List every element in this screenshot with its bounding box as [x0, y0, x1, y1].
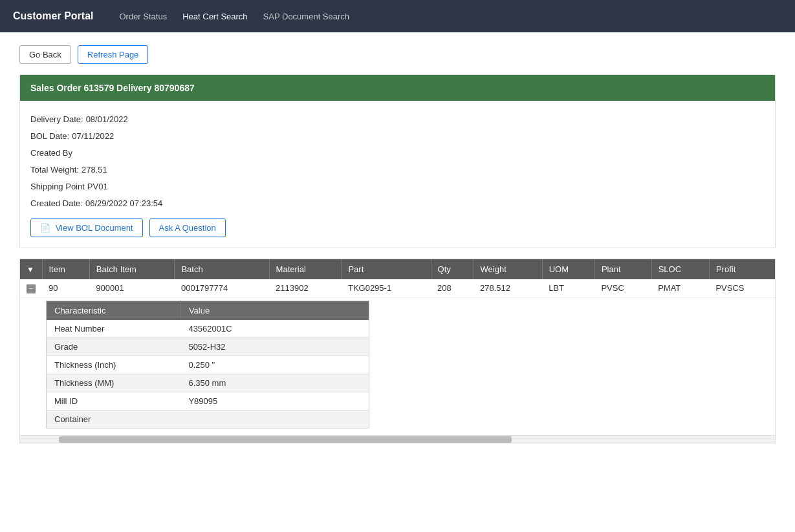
char-row: Mill IDY89095 — [47, 392, 369, 410]
col-plant: Plant — [594, 259, 651, 279]
char-name: Heat Number — [47, 320, 181, 338]
shipping-point-value: PV01 — [87, 178, 108, 195]
char-value: 6.350 mm — [180, 374, 369, 392]
col-expand: ▼ — [20, 259, 42, 279]
total-weight-row: Total Weight: 278.51 — [30, 162, 765, 178]
view-bol-label: View BOL Document — [56, 223, 133, 233]
shipping-point-label: Shipping Point — [30, 178, 85, 195]
created-date-value: 06/29/2022 07:23:54 — [85, 195, 162, 212]
bol-date-value: 07/11/2022 — [72, 128, 114, 145]
order-header-title: Sales Order 613579 Delivery 80790687 — [30, 83, 195, 93]
char-value — [180, 410, 369, 429]
col-qty: Qty — [431, 259, 474, 279]
top-buttons: Go Back Refresh Page — [19, 45, 776, 64]
col-profit: Profit — [709, 259, 775, 279]
row-weight: 278.512 — [474, 279, 542, 298]
shipping-point-row: Shipping Point PV01 — [30, 178, 765, 195]
table-body: − 90 900001 0001797774 2113902 TKG0295-1… — [20, 279, 775, 435]
row-uom: LBT — [542, 279, 594, 298]
nav-order-status[interactable]: Order Status — [119, 12, 167, 21]
row-plant: PVSC — [594, 279, 651, 298]
char-table-body: Heat Number43562001CGrade5052-H32Thickne… — [47, 320, 369, 429]
characteristics-table: Characteristic Value Heat Number43562001… — [46, 301, 369, 429]
brand-logo: Customer Portal — [13, 10, 93, 22]
main-table: ▼ Item Batch Item Batch Material Part Qt… — [20, 259, 775, 435]
order-card-header: Sales Order 613579 Delivery 80790687 — [20, 75, 775, 101]
char-row: Heat Number43562001C — [47, 320, 369, 338]
total-weight-label: Total Weight: — [30, 162, 79, 178]
row-qty: 208 — [431, 279, 474, 298]
char-value: 5052-H32 — [180, 338, 369, 356]
document-icon: 📄 — [40, 223, 50, 233]
delivery-date-row: Delivery Date: 08/01/2022 — [30, 111, 765, 128]
delivery-date-label: Delivery Date: — [30, 111, 83, 128]
col-part: Part — [342, 259, 431, 279]
col-weight: Weight — [474, 259, 542, 279]
created-by-row: Created By — [30, 145, 765, 162]
row-sloc: PMAT — [651, 279, 709, 298]
char-row: Thickness (MM)6.350 mm — [47, 374, 369, 392]
main-content: Go Back Refresh Page Sales Order 613579 … — [0, 32, 795, 456]
created-date-row: Created Date: 06/29/2022 07:23:54 — [30, 195, 765, 212]
col-item: Item — [42, 259, 89, 279]
table-row: − 90 900001 0001797774 2113902 TKG0295-1… — [20, 279, 775, 298]
row-profit: PVSCS — [709, 279, 775, 298]
char-name: Thickness (MM) — [47, 374, 181, 392]
navbar: Customer Portal Order Status Heat Cert S… — [0, 0, 795, 32]
row-part: TKG0295-1 — [342, 279, 431, 298]
table-header: ▼ Item Batch Item Batch Material Part Qt… — [20, 259, 775, 279]
horizontal-scrollbar[interactable] — [20, 435, 775, 443]
col-material: Material — [269, 259, 342, 279]
created-by-label: Created By — [30, 145, 72, 162]
char-col-value: Value — [180, 301, 369, 321]
char-col-characteristic: Characteristic — [47, 301, 181, 321]
row-batch: 0001797774 — [175, 279, 269, 298]
char-row: Grade5052-H32 — [47, 338, 369, 356]
nav-sap-document-search[interactable]: SAP Document Search — [263, 12, 349, 21]
row-batch-item: 900001 — [89, 279, 175, 298]
char-table-row: Characteristic Value Heat Number43562001… — [20, 298, 775, 436]
created-date-label: Created Date: — [30, 195, 83, 212]
col-batch: Batch — [175, 259, 269, 279]
char-row: Container — [47, 410, 369, 429]
bol-date-label: BOL Date: — [30, 128, 69, 145]
col-sloc: SLOC — [651, 259, 709, 279]
go-back-button[interactable]: Go Back — [19, 45, 71, 64]
char-row: Thickness (Inch)0.250 " — [47, 356, 369, 374]
action-buttons: 📄 View BOL Document Ask A Question — [30, 218, 765, 237]
row-material: 2113902 — [269, 279, 342, 298]
row-expand-icon[interactable]: − — [27, 284, 36, 293]
row-expand-cell: − — [20, 279, 42, 298]
collapse-all-icon[interactable]: ▼ — [27, 265, 34, 274]
char-name: Grade — [47, 338, 181, 356]
nav-links: Order Status Heat Cert Search SAP Docume… — [119, 12, 349, 21]
delivery-date-value: 08/01/2022 — [86, 111, 128, 128]
char-value: Y89095 — [180, 392, 369, 410]
bol-date-row: BOL Date: 07/11/2022 — [30, 128, 765, 145]
total-weight-value: 278.51 — [82, 162, 107, 178]
col-batch-item: Batch Item — [89, 259, 175, 279]
char-name: Thickness (Inch) — [47, 356, 181, 374]
char-table-header: Characteristic Value — [47, 301, 369, 321]
refresh-page-button[interactable]: Refresh Page — [78, 45, 149, 64]
char-name: Mill ID — [47, 392, 181, 410]
col-uom: UOM — [542, 259, 594, 279]
char-value: 43562001C — [180, 320, 369, 338]
nav-heat-cert-search[interactable]: Heat Cert Search — [182, 12, 247, 21]
char-value: 0.250 " — [180, 356, 369, 374]
scrollbar-thumb[interactable] — [59, 436, 512, 443]
ask-question-button[interactable]: Ask A Question — [149, 218, 226, 237]
data-table-wrapper: ▼ Item Batch Item Batch Material Part Qt… — [19, 259, 776, 443]
view-bol-button[interactable]: 📄 View BOL Document — [30, 218, 143, 237]
char-name: Container — [47, 410, 181, 429]
row-item: 90 — [42, 279, 89, 298]
order-card-body: Delivery Date: 08/01/2022 BOL Date: 07/1… — [20, 101, 775, 248]
order-card: Sales Order 613579 Delivery 80790687 Del… — [19, 74, 776, 248]
